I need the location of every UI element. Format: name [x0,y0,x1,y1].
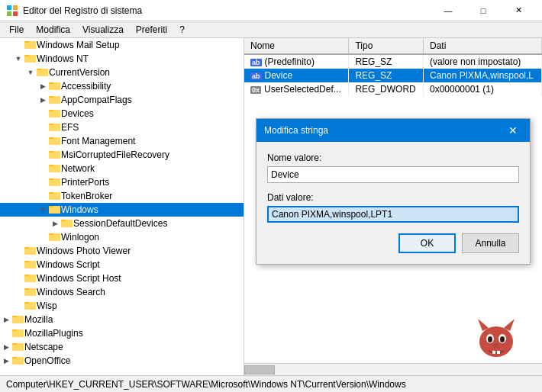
svg-rect-53 [24,261,29,262]
folder-icon-winlogon [49,231,61,244]
tree-expand-session-default[interactable]: ▶ [49,217,61,230]
folder-icon-search [24,286,37,299]
tree-expand-printer-ports[interactable] [37,176,49,188]
menu-modifica[interactable]: Modifica [30,23,76,37]
close-button[interactable]: ✕ [501,0,536,21]
folder-icon-windows-nt [24,53,37,66]
tree-expand-script-host[interactable] [12,272,24,284]
tree-expand-mozilla-plugins[interactable] [0,327,12,339]
folder-icon-script [24,259,37,272]
cell-type: REG_DWORD [349,82,424,96]
svg-rect-14 [49,82,53,84]
tree-label-wisp: Wisp [37,300,57,311]
col-nome: Nome [244,38,349,54]
tree-expand-font-mgmt[interactable] [37,135,49,147]
svg-rect-54 [24,262,36,268]
tree-item-mozilla[interactable]: ▶ Mozilla [0,313,244,326]
tree-item-windows[interactable]: ▼ Windows [0,203,244,217]
folder-icon-mozilla-plugins [12,327,24,340]
h-scrollbar-thumb[interactable] [244,365,275,374]
tree-item-mail-setup[interactable]: Windows Mail Setup [0,38,244,52]
tree-expand-efs[interactable] [37,121,49,133]
cell-name: ab(Predefinito) [244,54,349,69]
tree-expand-network[interactable] [37,162,49,175]
tree-expand-msi-recovery[interactable] [37,149,49,161]
tree-item-current-version[interactable]: ▼ CurrentVersion [0,66,244,79]
col-tipo: Tipo [349,38,424,54]
tree-expand-mail-setup[interactable] [12,39,24,51]
table-row[interactable]: ab(Predefinito)REG_SZ(valore non imposta… [244,54,542,69]
tree-item-efs[interactable]: EFS [0,120,244,134]
tree-item-accessibility[interactable]: ▶ Accessibility [0,79,244,93]
tree-expand-devices[interactable] [37,108,49,120]
tree-expand-photo-viewer[interactable] [12,245,24,257]
tree-item-script-host[interactable]: Windows Script Host [0,272,244,285]
tree-expand-mozilla[interactable]: ▶ [0,313,12,326]
tree-item-wisp[interactable]: Wisp [0,299,244,313]
tree-expand-windows-nt[interactable]: ▼ [12,53,24,65]
tree-expand-appcompat[interactable]: ▶ [37,94,49,106]
tree-label-mozilla: Mozilla [24,314,53,325]
tree-expand-windows[interactable]: ▼ [37,204,49,216]
svg-rect-3 [13,11,18,16]
modal-dialog[interactable]: Modifica stringa ✕ Nome valore: Dati val… [256,118,531,265]
tree-item-printer-ports[interactable]: PrinterPorts [0,175,244,189]
tree-item-devices[interactable]: Devices [0,107,244,120]
svg-rect-24 [49,125,60,131]
tree-item-openoffice[interactable]: ▶ OpenOffice [0,354,244,368]
tree-expand-winlogon[interactable] [37,231,49,243]
tree-expand-script[interactable] [12,259,24,271]
tree-item-script[interactable]: Windows Script [0,258,244,272]
tree-item-windows-nt[interactable]: ▼ Windows NT [0,52,244,66]
tree-item-msi-recovery[interactable]: MsiCorruptedFileRecovery [0,148,244,162]
tree-item-netscape[interactable]: ▶ Netscape [0,340,244,354]
tree-item-token-broker[interactable]: TokenBroker [0,189,244,203]
minimize-button[interactable]: — [431,0,466,21]
tree-item-winlogon[interactable]: Winlogon [0,230,244,244]
tree-item-appcompat[interactable]: ▶ AppCompatFlags [0,93,244,107]
tree-label-font-mgmt: Font Management [61,136,135,146]
svg-rect-21 [49,111,60,117]
dati-input[interactable] [267,206,519,223]
tree-expand-openoffice[interactable]: ▶ [0,355,12,367]
menu-help[interactable]: ? [173,23,191,37]
tree-item-font-mgmt[interactable]: Font Management [0,134,244,148]
svg-point-82 [500,336,505,342]
tree-panel[interactable]: Windows Mail Setup▼ Windows NT▼ CurrentV… [0,38,244,375]
svg-point-81 [488,336,492,342]
nome-input[interactable] [267,166,519,183]
tree-label-appcompat: AppCompatFlags [61,95,132,105]
folder-icon-efs [49,121,61,134]
folder-icon-session-default [61,217,73,230]
title-bar: Editor del Registro di sistema — □ ✕ [0,0,542,21]
tree-item-session-default[interactable]: ▶ SessionDefaultDevices [0,217,244,230]
tree-expand-netscape[interactable]: ▶ [0,341,12,353]
tree-item-network[interactable]: Network [0,162,244,175]
tree-expand-wisp[interactable] [12,300,24,312]
table-row[interactable]: 0xUserSelectedDef...REG_DWORD0x00000001 … [244,82,542,96]
cancel-button[interactable]: Annulla [462,233,519,253]
menu-file[interactable]: File [3,23,30,37]
menu-preferiti[interactable]: Preferiti [130,23,173,37]
tree-expand-search[interactable] [12,286,24,298]
modal-close-button[interactable]: ✕ [504,121,522,140]
tree-expand-token-broker[interactable] [37,190,49,202]
svg-rect-38 [49,192,53,194]
table-row[interactable]: abDeviceREG_SZCanon PIXMA,winspool,L [244,69,542,82]
svg-rect-60 [24,290,36,296]
tree-expand-current-version[interactable]: ▼ [24,66,37,79]
folder-icon-netscape [12,341,24,354]
maximize-button[interactable]: □ [466,0,501,21]
cell-name: abDevice [244,69,349,82]
ok-button[interactable]: OK [398,233,456,253]
tree-item-photo-viewer[interactable]: Windows Photo Viewer [0,244,244,258]
svg-rect-23 [49,124,53,125]
menu-bar: File Modifica Visualizza Preferiti ? [0,21,542,38]
svg-rect-56 [24,275,29,276]
svg-rect-6 [24,43,36,49]
tree-item-search[interactable]: Windows Search [0,285,244,299]
tree-item-mozilla-plugins[interactable]: MozillaPlugins [0,326,244,340]
cell-data: 0x00000001 (1) [423,82,541,96]
menu-visualizza[interactable]: Visualizza [76,23,130,37]
tree-expand-accessibility[interactable]: ▶ [37,80,49,92]
